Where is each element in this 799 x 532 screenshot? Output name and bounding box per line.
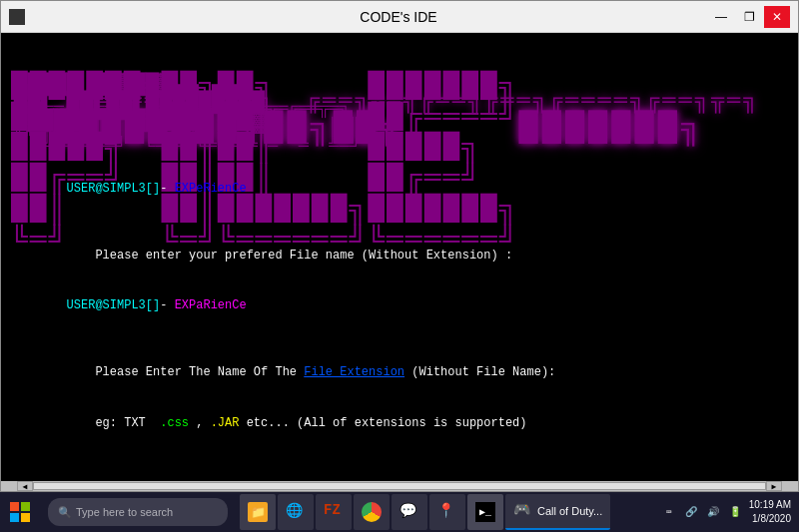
maps-icon: 📍 — [437, 502, 457, 522]
browser-icon: 🌐 — [286, 502, 306, 522]
taskbar-item-terminal[interactable]: ▶_ — [467, 494, 503, 530]
taskbar-search[interactable]: 🔍 Type here to search — [48, 498, 228, 526]
whatsapp-icon: 💬 — [400, 502, 419, 522]
scroll-right-arrow[interactable]: ▶ — [766, 481, 782, 491]
tray-keyboard-icon: ⌨ — [661, 504, 677, 520]
horizontal-scrollbar[interactable]: ◀ ▶ — [1, 481, 798, 491]
input-experience: EXPeRienCe — [167, 182, 246, 196]
main-window: CODE's IDE — ❐ ✕ ███████╗██╗██╗ ███████╗… — [0, 0, 799, 492]
window-icon — [9, 9, 25, 25]
please-enter-line: Please enter your prefered File name (Wi… — [9, 231, 790, 280]
file-ext-line: Please Enter The Name Of The File Extens… — [9, 348, 790, 398]
maximize-button[interactable]: ❐ — [736, 6, 762, 28]
title-bar-left — [9, 9, 89, 25]
taskbar-item-browser[interactable]: 🌐 — [278, 494, 314, 530]
search-icon: 🔍 — [58, 506, 72, 519]
explorer-icon: 📁 — [248, 502, 268, 522]
system-tray: ⌨ 🔗 🔊 🔋 10:19 AM 1/8/2020 — [653, 492, 799, 532]
taskbar-item-game[interactable]: 🎮 Call of Duty... — [505, 494, 610, 530]
ascii-title-art: ▄████ ██▓██▓▄▄ ▄▄▓ ██▌ ██▌██▌█████████ ▀… — [9, 71, 790, 156]
prompt-line-2: USER@SIMPL3[]- EXPaRienCe — [9, 280, 790, 330]
taskbar-item-chrome[interactable] — [354, 494, 390, 530]
blank-line-3 — [9, 448, 790, 465]
eg-line: eg: TXT .css , .JAR etc... (All of exten… — [9, 398, 790, 448]
game-icon: 🎮 — [513, 501, 533, 521]
close-button[interactable]: ✕ — [764, 6, 790, 28]
prompt-1-text: USER@SIMPL3[] — [67, 182, 161, 196]
title-bar: CODE's IDE — ❐ ✕ — [1, 1, 798, 33]
tray-network-icon: 🔗 — [683, 504, 699, 520]
blank-line-2 — [9, 331, 790, 348]
prompt-line-1: USER@SIMPL3[]- EXPeRienCe — [9, 164, 790, 214]
taskbar-item-whatsapp[interactable]: 💬 — [392, 494, 427, 530]
filezilla-icon: FZ — [324, 502, 344, 522]
system-clock: 10:19 AM 1/8/2020 — [749, 498, 791, 526]
terminal-icon: ▶_ — [475, 502, 495, 522]
taskbar-item-maps[interactable]: 📍 — [429, 494, 465, 530]
chrome-icon — [362, 502, 382, 522]
start-button[interactable] — [0, 492, 40, 532]
scroll-track[interactable] — [33, 482, 766, 490]
clock-time: 10:19 AM — [749, 498, 791, 512]
tray-battery-icon: 🔋 — [727, 504, 743, 520]
taskbar-item-game-label: Call of Duty... — [537, 505, 602, 517]
final-prompt: USER@SIMPL3[]- — [9, 465, 790, 481]
taskbar-item-filezilla[interactable]: FZ — [316, 494, 352, 530]
taskbar-items: 📁 🌐 FZ 💬 📍 ▶_ 🎮 Call of Duty... — [236, 494, 653, 530]
tray-volume-icon: 🔊 — [705, 504, 721, 520]
minimize-button[interactable]: — — [708, 6, 734, 28]
taskbar-item-explorer[interactable]: 📁 — [240, 494, 276, 530]
window-title: CODE's IDE — [89, 9, 708, 25]
taskbar: 🔍 Type here to search 📁 🌐 FZ 💬 📍 — [0, 492, 799, 532]
search-placeholder: Type here to search — [76, 506, 173, 518]
terminal-content: ▄████ ██▓██▓▄▄ ▄▄▓ ██▌ ██▌██▌█████████ ▀… — [9, 71, 790, 481]
prompt-2-text: USER@SIMPL3[] — [67, 298, 161, 312]
blank-line-1 — [9, 214, 790, 231]
windows-logo-icon — [10, 502, 30, 522]
clock-date: 1/8/2020 — [749, 512, 791, 526]
scroll-left-arrow[interactable]: ◀ — [17, 481, 33, 491]
window-controls: — ❐ ✕ — [708, 6, 790, 28]
terminal-area[interactable]: ███████╗██╗██╗ ███████╗ ██╔════╝██║██║ █… — [1, 33, 798, 481]
